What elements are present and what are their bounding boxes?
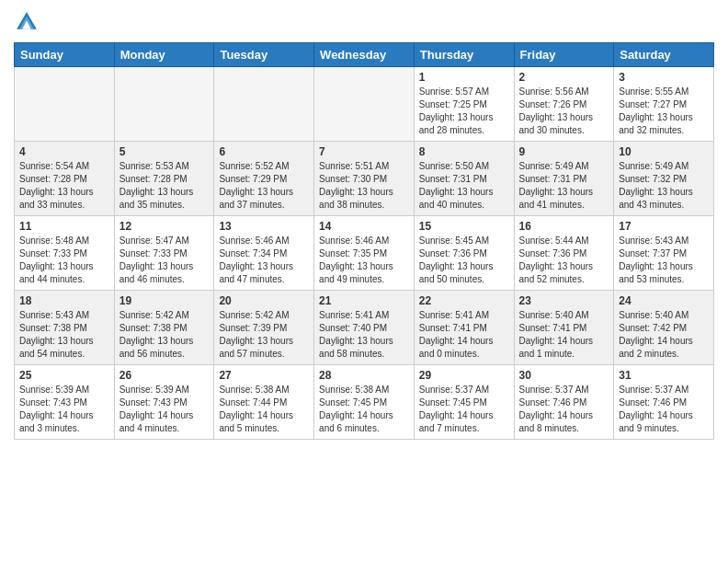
calendar-cell: 10Sunrise: 5:49 AM Sunset: 7:32 PM Dayli… <box>614 142 714 216</box>
day-number: 16 <box>519 220 609 233</box>
day-number: 9 <box>519 145 609 158</box>
calendar-cell <box>314 67 415 142</box>
day-number: 24 <box>619 294 709 307</box>
day-number: 4 <box>19 145 109 158</box>
calendar-cell: 20Sunrise: 5:42 AM Sunset: 7:39 PM Dayli… <box>214 291 314 365</box>
day-info: Sunrise: 5:45 AM Sunset: 7:36 PM Dayligh… <box>419 235 509 286</box>
logo <box>14 9 43 35</box>
calendar-cell: 19Sunrise: 5:42 AM Sunset: 7:38 PM Dayli… <box>114 291 214 365</box>
day-number: 20 <box>219 294 309 307</box>
day-number: 23 <box>519 294 609 307</box>
calendar-header-sunday: Sunday <box>15 43 115 67</box>
calendar-week-row: 25Sunrise: 5:39 AM Sunset: 7:43 PM Dayli… <box>15 365 714 440</box>
calendar-header-monday: Monday <box>114 43 214 67</box>
calendar-cell: 7Sunrise: 5:51 AM Sunset: 7:30 PM Daylig… <box>314 142 415 216</box>
day-number: 6 <box>219 145 309 158</box>
day-number: 5 <box>119 145 210 158</box>
calendar-cell <box>214 67 314 142</box>
calendar-cell: 8Sunrise: 5:50 AM Sunset: 7:31 PM Daylig… <box>414 142 514 216</box>
calendar-cell: 30Sunrise: 5:37 AM Sunset: 7:46 PM Dayli… <box>514 365 614 440</box>
day-number: 3 <box>619 71 709 84</box>
day-info: Sunrise: 5:41 AM Sunset: 7:40 PM Dayligh… <box>319 309 409 361</box>
day-info: Sunrise: 5:40 AM Sunset: 7:41 PM Dayligh… <box>519 309 609 361</box>
day-number: 28 <box>319 369 409 382</box>
calendar-cell: 16Sunrise: 5:44 AM Sunset: 7:36 PM Dayli… <box>514 216 614 291</box>
calendar-cell: 25Sunrise: 5:39 AM Sunset: 7:43 PM Dayli… <box>15 365 115 440</box>
calendar-cell: 21Sunrise: 5:41 AM Sunset: 7:40 PM Dayli… <box>314 291 415 365</box>
calendar-cell: 22Sunrise: 5:41 AM Sunset: 7:41 PM Dayli… <box>414 291 514 365</box>
day-info: Sunrise: 5:42 AM Sunset: 7:38 PM Dayligh… <box>119 309 210 361</box>
day-number: 21 <box>319 294 409 307</box>
calendar-header-thursday: Thursday <box>414 43 514 67</box>
day-number: 8 <box>419 145 509 158</box>
calendar-cell: 28Sunrise: 5:38 AM Sunset: 7:45 PM Dayli… <box>314 365 415 440</box>
day-number: 19 <box>119 294 210 307</box>
day-info: Sunrise: 5:54 AM Sunset: 7:28 PM Dayligh… <box>19 160 109 212</box>
calendar-week-row: 1Sunrise: 5:57 AM Sunset: 7:25 PM Daylig… <box>15 67 714 142</box>
day-number: 11 <box>19 220 109 233</box>
day-info: Sunrise: 5:37 AM Sunset: 7:46 PM Dayligh… <box>519 384 609 435</box>
calendar-header-wednesday: Wednesday <box>314 43 415 67</box>
day-info: Sunrise: 5:57 AM Sunset: 7:25 PM Dayligh… <box>419 86 509 137</box>
calendar-cell: 9Sunrise: 5:49 AM Sunset: 7:31 PM Daylig… <box>514 142 614 216</box>
day-number: 15 <box>419 220 509 233</box>
calendar-cell: 18Sunrise: 5:43 AM Sunset: 7:38 PM Dayli… <box>15 291 115 365</box>
day-info: Sunrise: 5:52 AM Sunset: 7:29 PM Dayligh… <box>219 160 309 212</box>
calendar-header-tuesday: Tuesday <box>214 43 314 67</box>
calendar-cell: 1Sunrise: 5:57 AM Sunset: 7:25 PM Daylig… <box>414 67 514 142</box>
calendar-table: SundayMondayTuesdayWednesdayThursdayFrid… <box>14 42 714 440</box>
day-number: 12 <box>119 220 210 233</box>
calendar-cell: 27Sunrise: 5:38 AM Sunset: 7:44 PM Dayli… <box>214 365 314 440</box>
calendar-cell: 3Sunrise: 5:55 AM Sunset: 7:27 PM Daylig… <box>614 67 714 142</box>
day-number: 29 <box>419 369 509 382</box>
day-number: 30 <box>519 369 609 382</box>
calendar-cell: 5Sunrise: 5:53 AM Sunset: 7:28 PM Daylig… <box>114 142 214 216</box>
calendar-cell: 24Sunrise: 5:40 AM Sunset: 7:42 PM Dayli… <box>614 291 714 365</box>
day-number: 13 <box>219 220 309 233</box>
day-number: 22 <box>419 294 509 307</box>
day-info: Sunrise: 5:49 AM Sunset: 7:32 PM Dayligh… <box>619 160 709 212</box>
calendar-cell <box>114 67 214 142</box>
day-info: Sunrise: 5:47 AM Sunset: 7:33 PM Dayligh… <box>119 235 210 286</box>
day-number: 31 <box>619 369 709 382</box>
day-info: Sunrise: 5:39 AM Sunset: 7:43 PM Dayligh… <box>19 384 109 435</box>
calendar-cell: 14Sunrise: 5:46 AM Sunset: 7:35 PM Dayli… <box>314 216 415 291</box>
day-info: Sunrise: 5:37 AM Sunset: 7:45 PM Dayligh… <box>419 384 509 435</box>
calendar-cell: 13Sunrise: 5:46 AM Sunset: 7:34 PM Dayli… <box>214 216 314 291</box>
day-info: Sunrise: 5:38 AM Sunset: 7:45 PM Dayligh… <box>319 384 409 435</box>
logo-icon <box>14 9 40 35</box>
day-info: Sunrise: 5:44 AM Sunset: 7:36 PM Dayligh… <box>519 235 609 286</box>
calendar-cell: 23Sunrise: 5:40 AM Sunset: 7:41 PM Dayli… <box>514 291 614 365</box>
day-info: Sunrise: 5:53 AM Sunset: 7:28 PM Dayligh… <box>119 160 210 212</box>
day-info: Sunrise: 5:56 AM Sunset: 7:26 PM Dayligh… <box>519 86 609 137</box>
day-info: Sunrise: 5:43 AM Sunset: 7:37 PM Dayligh… <box>619 235 709 286</box>
calendar-week-row: 4Sunrise: 5:54 AM Sunset: 7:28 PM Daylig… <box>15 142 714 216</box>
calendar-header-saturday: Saturday <box>614 43 714 67</box>
day-number: 2 <box>519 71 609 84</box>
day-number: 27 <box>219 369 309 382</box>
day-number: 26 <box>119 369 210 382</box>
calendar-cell: 4Sunrise: 5:54 AM Sunset: 7:28 PM Daylig… <box>15 142 115 216</box>
calendar-cell: 6Sunrise: 5:52 AM Sunset: 7:29 PM Daylig… <box>214 142 314 216</box>
day-info: Sunrise: 5:41 AM Sunset: 7:41 PM Dayligh… <box>419 309 509 361</box>
day-info: Sunrise: 5:38 AM Sunset: 7:44 PM Dayligh… <box>219 384 309 435</box>
day-number: 25 <box>19 369 109 382</box>
calendar-cell: 26Sunrise: 5:39 AM Sunset: 7:43 PM Dayli… <box>114 365 214 440</box>
day-number: 7 <box>319 145 409 158</box>
calendar-cell: 29Sunrise: 5:37 AM Sunset: 7:45 PM Dayli… <box>414 365 514 440</box>
header <box>14 9 714 35</box>
calendar-cell: 15Sunrise: 5:45 AM Sunset: 7:36 PM Dayli… <box>414 216 514 291</box>
calendar-cell: 2Sunrise: 5:56 AM Sunset: 7:26 PM Daylig… <box>514 67 614 142</box>
day-number: 1 <box>419 71 509 84</box>
calendar-week-row: 11Sunrise: 5:48 AM Sunset: 7:33 PM Dayli… <box>15 216 714 291</box>
calendar-cell: 31Sunrise: 5:37 AM Sunset: 7:46 PM Dayli… <box>614 365 714 440</box>
calendar-cell: 11Sunrise: 5:48 AM Sunset: 7:33 PM Dayli… <box>15 216 115 291</box>
calendar-header-friday: Friday <box>514 43 614 67</box>
day-info: Sunrise: 5:40 AM Sunset: 7:42 PM Dayligh… <box>619 309 709 361</box>
day-number: 10 <box>619 145 709 158</box>
day-info: Sunrise: 5:39 AM Sunset: 7:43 PM Dayligh… <box>119 384 210 435</box>
day-info: Sunrise: 5:42 AM Sunset: 7:39 PM Dayligh… <box>219 309 309 361</box>
day-info: Sunrise: 5:43 AM Sunset: 7:38 PM Dayligh… <box>19 309 109 361</box>
day-info: Sunrise: 5:50 AM Sunset: 7:31 PM Dayligh… <box>419 160 509 212</box>
day-info: Sunrise: 5:55 AM Sunset: 7:27 PM Dayligh… <box>619 86 709 137</box>
